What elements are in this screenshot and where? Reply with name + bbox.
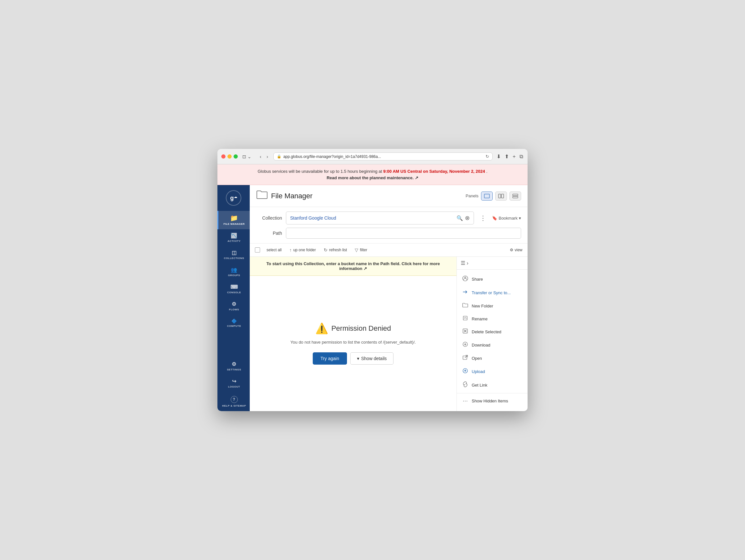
side-menu-delete[interactable]: Delete Selected — [457, 325, 527, 338]
show-hidden-icon: ⋯ — [462, 398, 468, 404]
banner-text-end: . — [486, 169, 487, 174]
select-all-checkbox[interactable] — [255, 248, 260, 253]
fm-side-panel: ☰ › Share — [456, 257, 527, 411]
try-again-button[interactable]: Try again — [313, 352, 347, 365]
side-menu-open[interactable]: Open — [457, 352, 527, 365]
sidebar-item-file-manager[interactable]: 📁 FILE MANAGER — [218, 211, 250, 229]
path-row: Path — [256, 228, 521, 239]
up-one-folder-button[interactable]: ↑ up one folder — [288, 246, 317, 254]
browser-actions: ⬇ ⬆ + ⧉ — [496, 153, 524, 160]
filter-label: filter — [360, 248, 367, 252]
svg-rect-1 — [498, 194, 501, 198]
app-layout: Globus services will be unavailable for … — [218, 164, 527, 411]
side-menu-new-folder[interactable]: New Folder — [457, 299, 527, 312]
permission-denied-section: ⚠️ Permission Denied You do not have per… — [250, 276, 456, 411]
info-banner: To start using this Collection, enter a … — [250, 257, 456, 276]
add-tab-button[interactable]: + — [512, 153, 516, 160]
groups-icon: 👥 — [231, 267, 237, 272]
fm-main: To start using this Collection, enter a … — [250, 257, 456, 411]
lock-icon: 🔒 — [277, 154, 281, 159]
more-options-button[interactable]: ⋮ — [478, 214, 488, 222]
open-icon — [462, 355, 468, 361]
sidebar-item-compute[interactable]: 🔷 COMPUTE — [218, 315, 250, 331]
address-bar[interactable]: 🔒 app.globus.org/file-manager?origin_id=… — [273, 153, 493, 161]
svg-rect-0 — [484, 194, 489, 198]
delete-selected-label: Delete Selected — [472, 329, 501, 334]
banner-highlight: 9:00 AM US Central on Saturday, November… — [383, 169, 485, 174]
file-manager-icon: 📁 — [230, 215, 238, 221]
info-external-link-icon[interactable]: ↗ — [363, 266, 367, 271]
sidebar-item-settings[interactable]: ⚙ SETTINGS — [218, 358, 250, 375]
content-area: File Manager Panels — [250, 185, 527, 411]
sidebar-logo: g☁ — [218, 185, 250, 211]
logo[interactable]: g☁ — [226, 190, 241, 206]
select-all-button[interactable]: select all — [265, 246, 283, 254]
bookmark-icon: 🔖 — [492, 216, 497, 221]
transfer-icon — [462, 289, 468, 296]
delete-icon — [462, 328, 468, 335]
path-input[interactable] — [286, 228, 521, 239]
side-menu-show-hidden[interactable]: ⋯ Show Hidden Items — [457, 395, 527, 407]
side-menu-rename[interactable]: Rename — [457, 312, 527, 325]
console-icon: ⌨ — [230, 285, 238, 290]
fm-controls: Collection Stanford Google Cloud 🔍 ⊗ ⋮ 🔖… — [250, 207, 527, 243]
refresh-list-button[interactable]: ↻ refresh list — [322, 246, 348, 254]
transfer-label: Transfer or Sync to... — [472, 290, 511, 295]
fm-content: To start using this Collection, enter a … — [250, 257, 527, 411]
side-menu-get-link[interactable]: Get Link — [457, 378, 527, 392]
collection-row: Collection Stanford Google Cloud 🔍 ⊗ ⋮ 🔖… — [256, 211, 521, 225]
show-hidden-label: Show Hidden Items — [472, 398, 508, 403]
side-menu-divider — [457, 393, 527, 393]
filter-button[interactable]: ▽ filter — [353, 246, 368, 254]
bookmark-chevron-icon: ▾ — [519, 216, 521, 221]
show-details-button[interactable]: ▾ Show details — [350, 352, 393, 365]
share-icon[interactable]: ⬆ — [504, 153, 510, 160]
sidebar-toggle-button[interactable]: ⊡ ⌄ — [241, 154, 253, 160]
side-menu-download[interactable]: Download — [457, 338, 527, 352]
path-label: Path — [256, 231, 282, 236]
flows-icon: ⚙ — [232, 302, 236, 307]
side-panel-menu: Share Transfer or Sync to... — [457, 270, 527, 410]
tab-overview-button[interactable]: ⧉ — [519, 153, 524, 160]
forward-button[interactable]: › — [265, 153, 270, 160]
rename-label: Rename — [472, 317, 487, 321]
bookmark-label: Bookmark — [498, 216, 518, 221]
permission-description: You do not have permission to list the c… — [290, 340, 416, 344]
browser-window: ⊡ ⌄ ‹ › 🔒 app.globus.org/file-manager?or… — [218, 149, 527, 411]
maximize-button[interactable] — [234, 154, 238, 159]
info-banner-text: To start using this Collection, enter a … — [266, 261, 440, 271]
side-menu-transfer[interactable]: Transfer or Sync to... — [457, 286, 527, 299]
banner-link[interactable]: Read more about the planned maintenance.… — [327, 175, 418, 180]
close-button[interactable] — [221, 154, 226, 159]
sidebar-item-help[interactable]: ? HELP & SITEMAP — [218, 392, 250, 411]
collection-input[interactable]: Stanford Google Cloud 🔍 ⊗ — [286, 211, 474, 225]
download-icon[interactable]: ⬇ — [496, 153, 501, 160]
svg-rect-3 — [513, 194, 518, 196]
sidebar-label-activity: ACTIVITY — [227, 240, 240, 242]
sidebar-item-console[interactable]: ⌨ CONSOLE — [218, 281, 250, 298]
refresh-label: refresh list — [329, 248, 347, 252]
wide-panel-button[interactable] — [510, 192, 521, 201]
dual-panel-button[interactable] — [495, 192, 507, 201]
search-collection-button[interactable]: 🔍 — [456, 215, 463, 221]
back-button[interactable]: ‹ — [258, 153, 263, 160]
reload-icon[interactable]: ↻ — [486, 154, 489, 159]
fm-toolbar: select all ↑ up one folder ↻ refresh lis… — [250, 243, 527, 257]
view-button[interactable]: ⚙ view — [510, 248, 522, 252]
bookmark-button[interactable]: 🔖 Bookmark ▾ — [492, 216, 521, 221]
sidebar-item-groups[interactable]: 👥 GROUPS — [218, 264, 250, 281]
fm-header: File Manager Panels — [250, 185, 527, 207]
side-menu-upload[interactable]: Upload — [457, 365, 527, 378]
single-panel-button[interactable] — [481, 192, 493, 201]
sidebar-item-activity[interactable]: 📉 ACTIVITY — [218, 229, 250, 246]
sidebar-item-logout[interactable]: ↪ LOGOUT — [218, 375, 250, 392]
sidebar-label-compute: COMPUTE — [227, 325, 241, 327]
collapse-panel-button[interactable]: ☰ › — [461, 260, 468, 266]
minimize-button[interactable] — [227, 154, 232, 159]
traffic-lights — [221, 154, 238, 159]
maintenance-banner: Globus services will be unavailable for … — [218, 164, 527, 185]
side-menu-share[interactable]: Share — [457, 272, 527, 286]
sidebar-item-collections[interactable]: ◫ COLLECTIONS — [218, 246, 250, 264]
sidebar-item-flows[interactable]: ⚙ FLOWS — [218, 298, 250, 315]
clear-collection-button[interactable]: ⊗ — [465, 215, 470, 222]
